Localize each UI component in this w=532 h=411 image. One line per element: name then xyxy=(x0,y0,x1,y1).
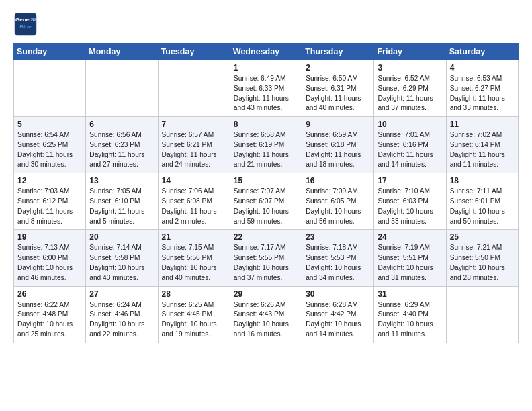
day-content: Sunrise: 7:06 AM Sunset: 6:08 PM Dayligh… xyxy=(162,187,226,226)
calendar-cell xyxy=(86,60,158,117)
day-header-tuesday: Tuesday xyxy=(158,44,230,60)
day-content: Sunrise: 7:13 AM Sunset: 6:00 PM Dayligh… xyxy=(17,243,82,283)
day-header-monday: Monday xyxy=(86,44,158,60)
calendar-cell: 19Sunrise: 7:13 AM Sunset: 6:00 PM Dayli… xyxy=(14,230,86,286)
day-number: 24 xyxy=(378,232,442,242)
day-number: 18 xyxy=(450,176,515,185)
day-number: 1 xyxy=(234,63,298,73)
day-number: 23 xyxy=(306,232,370,242)
svg-text:Blue: Blue xyxy=(19,24,32,30)
calendar-body: 1Sunrise: 6:49 AM Sunset: 6:33 PM Daylig… xyxy=(14,60,519,343)
calendar-cell: 27Sunrise: 6:24 AM Sunset: 4:46 PM Dayli… xyxy=(86,286,158,342)
day-content: Sunrise: 6:24 AM Sunset: 4:46 PM Dayligh… xyxy=(89,300,154,340)
calendar-cell xyxy=(446,286,518,342)
day-number: 17 xyxy=(378,176,442,185)
day-header-thursday: Thursday xyxy=(302,44,374,60)
header-row: SundayMondayTuesdayWednesdayThursdayFrid… xyxy=(14,44,519,60)
logo-icon: General Blue xyxy=(13,12,38,36)
day-number: 31 xyxy=(378,289,442,299)
svg-text:General: General xyxy=(15,17,36,23)
calendar-cell: 4Sunrise: 6:53 AM Sunset: 6:27 PM Daylig… xyxy=(446,60,518,117)
calendar-cell: 21Sunrise: 7:15 AM Sunset: 5:56 PM Dayli… xyxy=(158,230,230,286)
calendar-cell: 6Sunrise: 6:56 AM Sunset: 6:23 PM Daylig… xyxy=(86,117,158,173)
day-number: 15 xyxy=(234,176,298,185)
day-number: 3 xyxy=(378,63,442,73)
day-content: Sunrise: 7:01 AM Sunset: 6:16 PM Dayligh… xyxy=(378,130,442,170)
calendar-cell xyxy=(14,60,86,117)
calendar-cell xyxy=(158,60,230,117)
day-number: 8 xyxy=(234,120,298,129)
day-number: 13 xyxy=(89,176,154,185)
logo: General Blue xyxy=(13,12,40,36)
day-content: Sunrise: 6:52 AM Sunset: 6:29 PM Dayligh… xyxy=(378,74,442,113)
day-content: Sunrise: 6:50 AM Sunset: 6:31 PM Dayligh… xyxy=(306,74,370,113)
day-content: Sunrise: 7:02 AM Sunset: 6:14 PM Dayligh… xyxy=(450,130,515,170)
day-content: Sunrise: 6:58 AM Sunset: 6:19 PM Dayligh… xyxy=(234,130,298,170)
day-number: 10 xyxy=(378,120,442,129)
day-number: 9 xyxy=(306,120,370,129)
week-row-4: 26Sunrise: 6:22 AM Sunset: 4:48 PM Dayli… xyxy=(14,286,519,342)
calendar-cell: 2Sunrise: 6:50 AM Sunset: 6:31 PM Daylig… xyxy=(302,60,374,117)
day-content: Sunrise: 7:09 AM Sunset: 6:05 PM Dayligh… xyxy=(306,187,370,226)
calendar-cell: 28Sunrise: 6:25 AM Sunset: 4:45 PM Dayli… xyxy=(158,286,230,342)
week-row-0: 1Sunrise: 6:49 AM Sunset: 6:33 PM Daylig… xyxy=(14,60,519,117)
day-content: Sunrise: 7:21 AM Sunset: 5:50 PM Dayligh… xyxy=(450,243,515,283)
day-number: 2 xyxy=(306,63,370,73)
day-number: 6 xyxy=(89,120,154,129)
calendar-cell: 23Sunrise: 7:18 AM Sunset: 5:53 PM Dayli… xyxy=(302,230,374,286)
day-content: Sunrise: 7:14 AM Sunset: 5:58 PM Dayligh… xyxy=(89,243,154,283)
calendar-cell: 1Sunrise: 6:49 AM Sunset: 6:33 PM Daylig… xyxy=(230,60,302,117)
calendar-cell: 14Sunrise: 7:06 AM Sunset: 6:08 PM Dayli… xyxy=(158,173,230,230)
calendar-cell: 17Sunrise: 7:10 AM Sunset: 6:03 PM Dayli… xyxy=(374,173,446,230)
calendar-cell: 26Sunrise: 6:22 AM Sunset: 4:48 PM Dayli… xyxy=(14,286,86,342)
day-content: Sunrise: 6:56 AM Sunset: 6:23 PM Dayligh… xyxy=(89,130,154,170)
day-number: 28 xyxy=(162,289,226,299)
calendar-cell: 13Sunrise: 7:05 AM Sunset: 6:10 PM Dayli… xyxy=(86,173,158,230)
day-number: 16 xyxy=(306,176,370,185)
calendar-cell: 5Sunrise: 6:54 AM Sunset: 6:25 PM Daylig… xyxy=(14,117,86,173)
calendar-cell: 11Sunrise: 7:02 AM Sunset: 6:14 PM Dayli… xyxy=(446,117,518,173)
calendar-cell: 18Sunrise: 7:11 AM Sunset: 6:01 PM Dayli… xyxy=(446,173,518,230)
day-number: 14 xyxy=(162,176,226,185)
week-row-1: 5Sunrise: 6:54 AM Sunset: 6:25 PM Daylig… xyxy=(14,117,519,173)
day-content: Sunrise: 7:03 AM Sunset: 6:12 PM Dayligh… xyxy=(17,187,82,226)
calendar-cell: 7Sunrise: 6:57 AM Sunset: 6:21 PM Daylig… xyxy=(158,117,230,173)
day-number: 5 xyxy=(17,120,82,129)
day-header-sunday: Sunday xyxy=(14,44,86,60)
calendar-cell: 9Sunrise: 6:59 AM Sunset: 6:18 PM Daylig… xyxy=(302,117,374,173)
day-content: Sunrise: 6:54 AM Sunset: 6:25 PM Dayligh… xyxy=(17,130,82,170)
day-number: 25 xyxy=(450,232,515,242)
day-content: Sunrise: 7:17 AM Sunset: 5:55 PM Dayligh… xyxy=(234,243,298,283)
header: General Blue xyxy=(13,12,519,36)
day-number: 4 xyxy=(450,63,515,73)
day-number: 21 xyxy=(162,232,226,242)
day-number: 30 xyxy=(306,289,370,299)
day-number: 19 xyxy=(17,232,82,242)
day-content: Sunrise: 6:28 AM Sunset: 4:42 PM Dayligh… xyxy=(306,300,370,340)
day-content: Sunrise: 7:05 AM Sunset: 6:10 PM Dayligh… xyxy=(89,187,154,226)
day-number: 20 xyxy=(89,232,154,242)
day-content: Sunrise: 6:53 AM Sunset: 6:27 PM Dayligh… xyxy=(450,74,515,113)
day-content: Sunrise: 6:59 AM Sunset: 6:18 PM Dayligh… xyxy=(306,130,370,170)
day-content: Sunrise: 7:10 AM Sunset: 6:03 PM Dayligh… xyxy=(378,187,442,226)
calendar-cell: 16Sunrise: 7:09 AM Sunset: 6:05 PM Dayli… xyxy=(302,173,374,230)
day-number: 29 xyxy=(234,289,298,299)
day-number: 7 xyxy=(162,120,226,129)
day-content: Sunrise: 6:25 AM Sunset: 4:45 PM Dayligh… xyxy=(162,300,226,340)
calendar-cell: 31Sunrise: 6:29 AM Sunset: 4:40 PM Dayli… xyxy=(374,286,446,342)
calendar-cell: 8Sunrise: 6:58 AM Sunset: 6:19 PM Daylig… xyxy=(230,117,302,173)
day-content: Sunrise: 7:15 AM Sunset: 5:56 PM Dayligh… xyxy=(162,243,226,283)
day-number: 22 xyxy=(234,232,298,242)
calendar-cell: 25Sunrise: 7:21 AM Sunset: 5:50 PM Dayli… xyxy=(446,230,518,286)
calendar-page: General Blue SundayMondayTuesdayWednesda… xyxy=(0,0,532,355)
calendar-cell: 30Sunrise: 6:28 AM Sunset: 4:42 PM Dayli… xyxy=(302,286,374,342)
day-content: Sunrise: 6:29 AM Sunset: 4:40 PM Dayligh… xyxy=(378,300,442,340)
calendar-table: SundayMondayTuesdayWednesdayThursdayFrid… xyxy=(13,43,519,343)
day-content: Sunrise: 7:18 AM Sunset: 5:53 PM Dayligh… xyxy=(306,243,370,283)
day-number: 26 xyxy=(17,289,82,299)
day-header-wednesday: Wednesday xyxy=(230,44,302,60)
day-header-friday: Friday xyxy=(374,44,446,60)
week-row-3: 19Sunrise: 7:13 AM Sunset: 6:00 PM Dayli… xyxy=(14,230,519,286)
calendar-cell: 29Sunrise: 6:26 AM Sunset: 4:43 PM Dayli… xyxy=(230,286,302,342)
day-content: Sunrise: 7:11 AM Sunset: 6:01 PM Dayligh… xyxy=(450,187,515,226)
